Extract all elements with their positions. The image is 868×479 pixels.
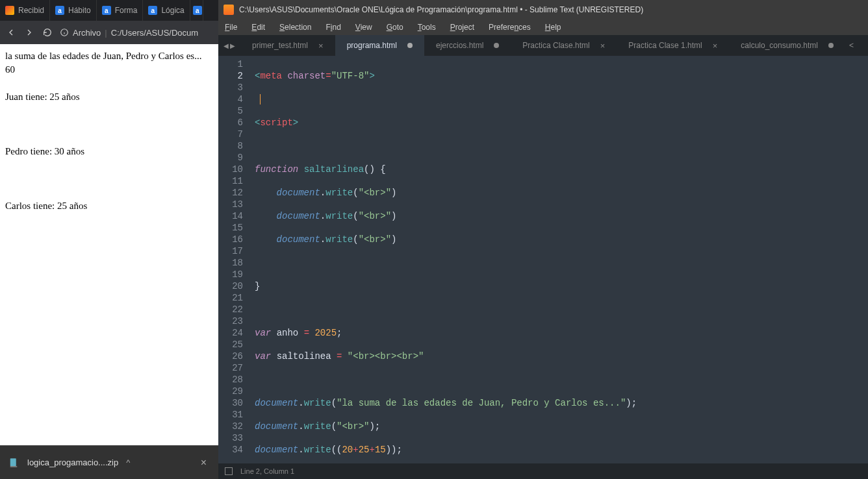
alura-icon: a [102, 6, 111, 15]
alura-icon: a [193, 6, 202, 15]
tab-close-button[interactable]: × [600, 41, 606, 51]
editor-tab[interactable]: Practica Clase 1.html × [617, 35, 729, 56]
back-button[interactable] [5, 27, 17, 38]
editor-tab-bar: ◀ ▶ primer_test.html × programa.html eje… [218, 35, 868, 56]
tab-history-nav[interactable]: ◀ ▶ [218, 35, 240, 56]
line-number: 25 [218, 339, 243, 350]
tab-label: Forma [115, 6, 138, 15]
line-number: 22 [218, 304, 243, 315]
forward-button[interactable] [23, 27, 35, 38]
line-number: 34 [218, 444, 243, 456]
cursor-position: Line 2, Column 1 [240, 467, 294, 475]
menu-file[interactable]: File [222, 21, 240, 33]
line-number: 28 [218, 374, 243, 386]
window-title: C:\Users\ASUS\Documents\Oracle ONE\Lógic… [239, 5, 643, 14]
panel-toggle-icon[interactable] [225, 467, 233, 475]
dirty-indicator-icon [407, 43, 413, 48]
line-number: 14 [218, 210, 243, 222]
dirty-indicator-icon [494, 43, 499, 48]
sublime-window: C:\Users\ASUS\Documents\Oracle ONE\Lógic… [218, 0, 868, 479]
line-number: 13 [218, 199, 243, 210]
editor-tab[interactable]: ejerccios.html [424, 35, 511, 56]
page-text: Juan tiene: 25 años [5, 90, 213, 104]
tab-label: calculo_consumo.html [741, 41, 818, 50]
download-name[interactable]: logica_progamacio....zip [27, 458, 118, 467]
browser-tab[interactable]: a Forma [97, 0, 144, 21]
url-path: C:/Users/ASUS/Docum [111, 28, 198, 38]
menu-project[interactable]: Project [448, 21, 477, 33]
line-number: 18 [218, 257, 243, 269]
address-bar[interactable]: Archivo | C:/Users/ASUS/Docum [60, 28, 198, 38]
menu-edit[interactable]: Edit [249, 21, 268, 33]
line-number: 10 [218, 164, 243, 175]
line-number: 21 [218, 292, 243, 304]
editor-tab-active[interactable]: programa.html [335, 35, 424, 56]
line-number: 3 [218, 82, 243, 93]
text-cursor [260, 94, 261, 104]
alura-icon: a [148, 6, 157, 15]
browser-navbar: Archivo | C:/Users/ASUS/Docum [0, 21, 218, 44]
chevron-right-icon[interactable]: ▶ [230, 42, 235, 49]
reload-button[interactable] [42, 27, 53, 38]
page-text: Carlos tiene: 25 años [5, 199, 213, 213]
page-text: Pedro tiene: 30 años [5, 145, 213, 158]
menu-selection[interactable]: Selection [277, 21, 314, 33]
line-number: 9 [218, 152, 243, 164]
menu-find[interactable]: Find [323, 21, 343, 33]
menu-help[interactable]: Help [542, 21, 564, 33]
menu-view[interactable]: View [353, 21, 375, 33]
tab-label: < [849, 41, 854, 50]
close-download-button[interactable]: × [197, 453, 211, 473]
line-number: 29 [218, 386, 243, 397]
page-text: la suma de las edades de Juan, Pedro y C… [5, 49, 213, 63]
line-number: 30 [218, 397, 243, 409]
gmail-icon [5, 6, 14, 15]
browser-viewport: la suma de las edades de Juan, Pedro y C… [0, 44, 218, 445]
line-number: 2 [218, 70, 243, 82]
menu-tools[interactable]: Tools [415, 21, 439, 33]
menu-bar: File Edit Selection Find View Goto Tools… [218, 19, 868, 35]
editor-tab[interactable]: primer_test.html × [240, 35, 335, 56]
svg-rect-4 [10, 466, 18, 467]
tab-label: ejerccios.html [436, 41, 483, 50]
browser-tab[interactable]: a Hábito [50, 0, 97, 21]
line-number: 17 [218, 245, 243, 257]
line-number: 20 [218, 280, 243, 292]
browser-tab[interactable]: a [190, 0, 203, 21]
line-number: 8 [218, 140, 243, 152]
tab-label: Lógica [161, 6, 184, 15]
svg-rect-3 [10, 458, 16, 466]
editor-tab[interactable]: calculo_consumo.html [729, 35, 845, 56]
browser-tab-gmail[interactable]: Recibid [0, 0, 50, 21]
line-number: 4 [218, 93, 243, 105]
line-number: 7 [218, 129, 243, 140]
chevron-up-icon[interactable]: ^ [126, 458, 130, 467]
tab-label: Recibid [18, 6, 44, 15]
line-number: 1 [218, 58, 243, 70]
line-number: 27 [218, 362, 243, 374]
line-number: 31 [218, 409, 243, 421]
page-text: 60 [5, 63, 213, 77]
line-number: 26 [218, 350, 243, 362]
line-number: 16 [218, 234, 243, 245]
browser-tab[interactable]: a Lógica [143, 0, 190, 21]
chevron-left-icon[interactable]: ◀ [223, 42, 229, 49]
tab-close-button[interactable]: × [713, 41, 718, 51]
editor[interactable]: 1234567891011121314151617181920212223242… [218, 56, 868, 463]
menu-preferences[interactable]: Preferences [486, 21, 533, 33]
browser-window: Recibid a Hábito a Forma a Lógica a Arch… [0, 0, 218, 479]
sublime-icon [223, 5, 234, 15]
editor-tab[interactable]: < [845, 35, 858, 56]
tab-close-button[interactable]: × [318, 41, 324, 51]
menu-goto[interactable]: Goto [384, 21, 406, 33]
line-number: 5 [218, 105, 243, 117]
alura-icon: a [55, 6, 64, 15]
tab-label: programa.html [347, 41, 397, 50]
line-number: 32 [218, 421, 243, 432]
file-icon [8, 457, 19, 469]
code-area[interactable]: <meta charset="UTF-8"> <script> function… [249, 56, 868, 463]
editor-tab[interactable]: Practica Clase.html × [511, 35, 617, 56]
download-bar: logica_progamacio....zip ^ × [0, 445, 218, 479]
url-scheme: Archivo [73, 28, 101, 38]
info-icon [60, 28, 69, 37]
